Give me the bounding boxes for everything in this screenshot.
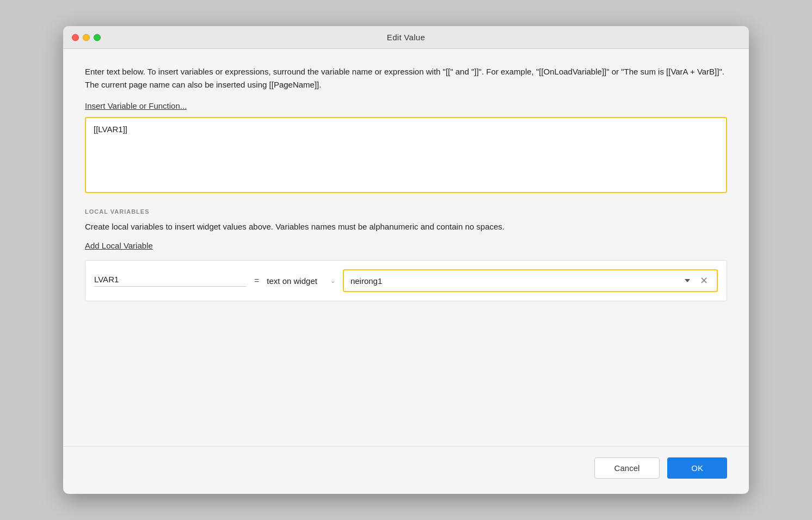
value-type-display[interactable]: text on widget <box>267 276 328 286</box>
dialog-content: Enter text below. To insert variables or… <box>63 49 749 446</box>
dialog-overlay: Edit Value Enter text below. To insert v… <box>0 0 812 520</box>
instruction-text: Enter text below. To insert variables or… <box>85 65 727 91</box>
insert-variable-link[interactable]: Insert Variable or Function... <box>85 101 727 110</box>
value-type-chevron-icon: ⌄ <box>330 277 335 284</box>
widget-ref-dropdown-button[interactable] <box>682 276 692 286</box>
equals-sign: = <box>254 276 259 286</box>
widget-ref-input[interactable] <box>350 276 677 286</box>
dialog-title: Edit Value <box>387 33 425 42</box>
value-type-wrapper[interactable]: text on widget ⌄ <box>267 276 335 286</box>
maximize-traffic-light[interactable] <box>94 34 101 41</box>
local-variables-section-label: LOCAL VARIABLES <box>85 208 727 215</box>
minimize-traffic-light[interactable] <box>83 34 90 41</box>
variable-name-input[interactable] <box>94 275 247 287</box>
cancel-button[interactable]: Cancel <box>594 457 660 479</box>
widget-value-input-wrapper: ✕ <box>343 269 718 292</box>
svg-marker-0 <box>685 279 690 282</box>
ok-button[interactable]: OK <box>667 457 727 479</box>
variable-row: = text on widget ⌄ ✕ <box>85 260 727 301</box>
expression-input[interactable] <box>94 125 718 179</box>
close-traffic-light[interactable] <box>72 34 79 41</box>
local-variables-description: Create local variables to insert widget … <box>85 220 727 233</box>
edit-value-dialog: Edit Value Enter text below. To insert v… <box>63 26 749 494</box>
dialog-titlebar: Edit Value <box>63 26 749 49</box>
add-local-variable-link[interactable]: Add Local Variable <box>85 241 727 250</box>
variable-row-close-button[interactable]: ✕ <box>698 275 710 287</box>
dialog-footer: Cancel OK <box>63 446 749 494</box>
expression-input-wrapper <box>85 117 727 193</box>
traffic-lights <box>72 34 101 41</box>
